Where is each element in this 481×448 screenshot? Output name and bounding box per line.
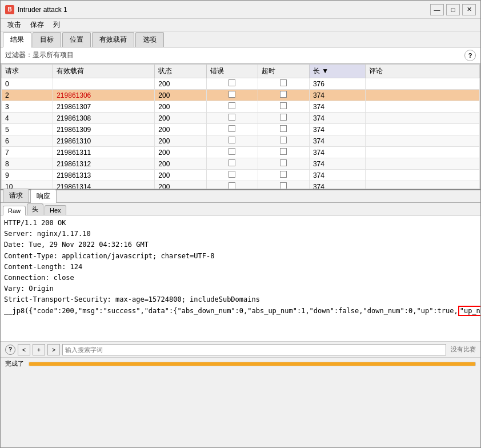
cell-error (206, 124, 258, 135)
cell-error (206, 135, 258, 147)
col-header-length[interactable]: 长 ▼ (309, 65, 365, 78)
progress-bar (29, 362, 476, 366)
status-text: 完成了 (5, 359, 24, 368)
sub-tab-hex[interactable]: Hex (45, 205, 66, 215)
cell-status: 200 (155, 170, 206, 181)
sub-tab-raw[interactable]: Raw (3, 206, 26, 215)
cell-payload: 219861313 (53, 170, 155, 181)
menu-save[interactable]: 保存 (26, 19, 49, 31)
minimize-button[interactable]: — (430, 4, 444, 15)
cell-comment (366, 170, 480, 181)
cell-request: 0 (2, 78, 53, 90)
response-line: Content-Type: application/javascript; ch… (4, 251, 477, 262)
app-icon: B (5, 5, 14, 14)
window-controls: — □ ✕ (430, 4, 476, 15)
menu-columns[interactable]: 列 (49, 19, 65, 31)
table-row[interactable]: 4 219861308 200 374 (2, 113, 480, 124)
search-input[interactable] (62, 344, 446, 355)
table-row[interactable]: 10 219861314 200 374 (2, 181, 480, 190)
nav-prev-button[interactable]: < (18, 344, 30, 355)
response-line: Strict-Transport-Security: max-age=15724… (4, 294, 477, 305)
cell-request: 7 (2, 147, 53, 158)
menu-attack[interactable]: 攻击 (3, 19, 26, 31)
tab-results[interactable]: 结果 (3, 32, 31, 47)
highlighted-text: "up_num":1}) (458, 306, 480, 316)
tab-position[interactable]: 位置 (62, 32, 91, 47)
col-header-timeout[interactable]: 超时 (258, 65, 309, 78)
cell-length: 374 (309, 101, 365, 113)
bottom-search-bar: ? < + > 没有比赛 (1, 341, 480, 357)
menu-bar: 攻击 保存 列 (1, 19, 480, 31)
tab-target[interactable]: 目标 (33, 32, 61, 47)
results-table-container: 请求 有效载荷 状态 错误 超时 长 ▼ 评论 0 200 376 2 2198… (1, 63, 480, 189)
cell-length: 374 (309, 181, 365, 190)
cell-status: 200 (155, 135, 206, 147)
cell-comment (366, 78, 480, 90)
cell-comment (366, 135, 480, 147)
table-row[interactable]: 2 219861306 200 374 (2, 90, 480, 101)
cell-payload: 219861311 (53, 147, 155, 158)
response-line: Connection: close (4, 273, 477, 283)
response-line: Server: nginx/1.17.10 (4, 229, 477, 239)
table-row[interactable]: 9 219861313 200 374 (2, 170, 480, 181)
response-line: Vary: Origin (4, 283, 477, 294)
cell-status: 200 (155, 124, 206, 135)
cell-timeout (258, 101, 309, 113)
table-row[interactable]: 3 219861307 200 374 (2, 101, 480, 113)
cell-comment (366, 147, 480, 158)
cell-request: 10 (2, 181, 53, 190)
req-resp-tab-bar: 请求 响应 (1, 189, 480, 203)
col-header-comment[interactable]: 评论 (366, 65, 480, 78)
cell-length: 374 (309, 124, 365, 135)
cell-comment (366, 113, 480, 124)
cell-length: 374 (309, 170, 365, 181)
sub-tab-head[interactable]: 头 (27, 203, 43, 215)
nav-next-button[interactable]: > (47, 344, 60, 355)
cell-comment (366, 101, 480, 113)
cell-length: 374 (309, 147, 365, 158)
tab-payload[interactable]: 有效载荷 (92, 32, 134, 47)
cell-request: 8 (2, 158, 53, 170)
cell-timeout (258, 147, 309, 158)
table-row[interactable]: 7 219861311 200 374 (2, 147, 480, 158)
cell-error (206, 181, 258, 190)
cell-error (206, 113, 258, 124)
filter-value[interactable]: 显示所有项目 (33, 50, 74, 60)
cell-comment (366, 124, 480, 135)
response-line: __jp8({"code":200,"msg":"success","data"… (4, 306, 477, 317)
response-line: Date: Tue, 29 Nov 2022 04:32:16 GMT (4, 239, 477, 250)
col-header-payload[interactable]: 有效载荷 (53, 65, 155, 78)
cell-length: 374 (309, 158, 365, 170)
cell-request: 6 (2, 135, 53, 147)
cell-length: 374 (309, 90, 365, 101)
cell-comment (366, 158, 480, 170)
main-tab-bar: 结果 目标 位置 有效载荷 选项 (1, 31, 480, 47)
tab-options[interactable]: 选项 (135, 32, 164, 47)
table-row[interactable]: 8 219861312 200 374 (2, 158, 480, 170)
cell-error (206, 158, 258, 170)
col-header-error[interactable]: 错误 (206, 65, 258, 78)
filter-label: 过滤器： (5, 50, 33, 60)
cell-error (206, 78, 258, 90)
maximize-button[interactable]: □ (446, 4, 460, 15)
cell-request: 9 (2, 170, 53, 181)
nav-add-button[interactable]: + (33, 344, 45, 355)
cell-payload: 219861307 (53, 101, 155, 113)
response-line: Content-Length: 124 (4, 262, 477, 273)
cell-status: 200 (155, 158, 206, 170)
cell-status: 200 (155, 113, 206, 124)
col-header-status[interactable]: 状态 (155, 65, 206, 78)
col-header-request[interactable]: 请求 (2, 65, 53, 78)
table-row[interactable]: 5 219861309 200 374 (2, 124, 480, 135)
close-button[interactable]: ✕ (462, 4, 476, 15)
tab-request[interactable]: 请求 (3, 189, 29, 202)
table-row[interactable]: 6 219861310 200 374 (2, 135, 480, 147)
cell-request: 5 (2, 124, 53, 135)
cell-payload: 219861314 (53, 181, 155, 190)
cell-payload: 219861309 (53, 124, 155, 135)
cell-status: 200 (155, 78, 206, 90)
tab-response[interactable]: 响应 (30, 189, 57, 203)
filter-help-button[interactable]: ? (464, 50, 476, 61)
bottom-help-button[interactable]: ? (5, 345, 15, 355)
table-row[interactable]: 0 200 376 (2, 78, 480, 90)
